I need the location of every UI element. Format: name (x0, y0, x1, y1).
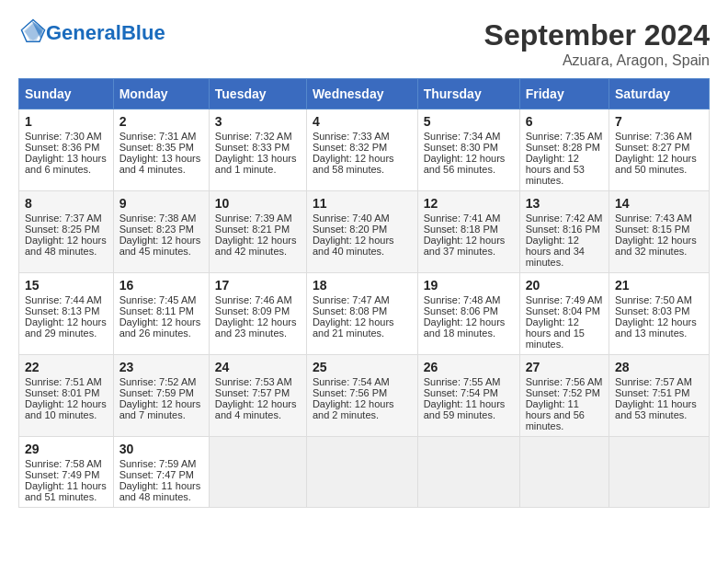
daylight-label: Daylight: 13 hours and 1 minute. (215, 153, 297, 175)
sunrise-label: Sunrise: 7:52 AM (119, 376, 197, 387)
calendar-cell: 22Sunrise: 7:51 AMSunset: 8:01 PMDayligh… (19, 355, 114, 437)
sunset-label: Sunset: 8:11 PM (119, 305, 194, 316)
calendar-cell: 11Sunrise: 7:40 AMSunset: 8:20 PMDayligh… (306, 191, 417, 273)
header-tuesday: Tuesday (209, 79, 306, 109)
calendar-cell: 20Sunrise: 7:49 AMSunset: 8:04 PMDayligh… (519, 273, 609, 355)
title-block: September 2024 Azuara, Aragon, Spain (484, 18, 710, 69)
sunrise-label: Sunrise: 7:31 AM (119, 131, 197, 142)
calendar-body: 1Sunrise: 7:30 AMSunset: 8:36 PMDaylight… (19, 109, 710, 508)
day-number: 14 (615, 196, 703, 211)
calendar-row: 1Sunrise: 7:30 AMSunset: 8:36 PMDaylight… (19, 109, 710, 191)
day-number: 22 (25, 360, 108, 374)
sunset-label: Sunset: 7:49 PM (25, 469, 99, 480)
sunset-label: Sunset: 8:33 PM (215, 142, 290, 153)
daylight-label: Daylight: 12 hours and 10 minutes. (25, 398, 107, 420)
weekday-header-row: Sunday Monday Tuesday Wednesday Thursday… (19, 79, 710, 109)
day-number: 11 (313, 196, 412, 211)
sunrise-label: Sunrise: 7:59 AM (119, 458, 197, 469)
logo-icon (20, 18, 46, 44)
daylight-label: Daylight: 12 hours and 45 minutes. (119, 235, 201, 257)
daylight-label: Daylight: 12 hours and 15 minutes. (526, 316, 585, 350)
daylight-label: Daylight: 12 hours and 34 minutes. (526, 235, 585, 268)
calendar-cell (417, 437, 519, 508)
day-number: 1 (25, 114, 108, 129)
logo-general: General (46, 21, 121, 44)
day-number: 4 (313, 114, 412, 129)
sunset-label: Sunset: 8:28 PM (526, 142, 600, 153)
sunset-label: Sunset: 8:36 PM (25, 142, 99, 153)
day-number: 28 (615, 360, 703, 374)
sunrise-label: Sunrise: 7:42 AM (526, 213, 603, 224)
calendar-cell: 8Sunrise: 7:37 AMSunset: 8:25 PMDaylight… (19, 191, 114, 273)
daylight-label: Daylight: 12 hours and 2 minutes. (313, 398, 394, 420)
daylight-label: Daylight: 12 hours and 32 minutes. (615, 235, 697, 257)
day-number: 12 (424, 196, 514, 211)
daylight-label: Daylight: 12 hours and 18 minutes. (424, 316, 506, 339)
calendar-cell: 15Sunrise: 7:44 AMSunset: 8:13 PMDayligh… (19, 273, 114, 355)
day-number: 7 (615, 114, 703, 129)
sunrise-label: Sunrise: 7:54 AM (313, 376, 390, 387)
sunrise-label: Sunrise: 7:39 AM (215, 213, 292, 224)
sunrise-label: Sunrise: 7:40 AM (313, 213, 390, 224)
day-number: 23 (119, 360, 203, 374)
day-number: 8 (25, 196, 108, 211)
sunset-label: Sunset: 8:13 PM (25, 305, 99, 316)
day-number: 10 (215, 196, 301, 211)
calendar-cell: 6Sunrise: 7:35 AMSunset: 8:28 PMDaylight… (519, 109, 609, 191)
calendar-cell: 29Sunrise: 7:58 AMSunset: 7:49 PMDayligh… (19, 437, 114, 508)
sunrise-label: Sunrise: 7:34 AM (424, 131, 501, 142)
sunrise-label: Sunrise: 7:57 AM (615, 376, 692, 387)
page-header: GeneralBlue September 2024 Azuara, Arago… (18, 18, 710, 69)
sunrise-label: Sunrise: 7:37 AM (25, 213, 102, 224)
sunrise-label: Sunrise: 7:36 AM (615, 131, 692, 142)
daylight-label: Daylight: 11 hours and 56 minutes. (526, 398, 585, 431)
sunrise-label: Sunrise: 7:49 AM (526, 294, 603, 305)
sunrise-label: Sunrise: 7:45 AM (119, 294, 197, 305)
logo-blue: Blue (121, 21, 165, 44)
calendar-cell: 28Sunrise: 7:57 AMSunset: 7:51 PMDayligh… (609, 355, 710, 437)
header-saturday: Saturday (609, 79, 710, 109)
day-number: 2 (119, 114, 203, 129)
sunset-label: Sunset: 7:56 PM (313, 387, 387, 398)
day-number: 6 (526, 114, 603, 129)
calendar-cell: 2Sunrise: 7:31 AMSunset: 8:35 PMDaylight… (113, 109, 209, 191)
sunset-label: Sunset: 7:57 PM (215, 387, 290, 398)
sunrise-label: Sunrise: 7:53 AM (215, 376, 292, 387)
daylight-label: Daylight: 12 hours and 13 minutes. (615, 316, 697, 339)
daylight-label: Daylight: 12 hours and 50 minutes. (615, 153, 697, 175)
logo: GeneralBlue (18, 18, 165, 48)
day-number: 15 (25, 278, 108, 293)
calendar-cell: 21Sunrise: 7:50 AMSunset: 8:03 PMDayligh… (609, 273, 710, 355)
daylight-label: Daylight: 11 hours and 48 minutes. (119, 480, 201, 502)
day-number: 19 (424, 278, 514, 293)
daylight-label: Daylight: 12 hours and 37 minutes. (424, 235, 506, 257)
sunset-label: Sunset: 7:51 PM (615, 387, 689, 398)
sunset-label: Sunset: 7:47 PM (119, 469, 194, 480)
calendar-cell: 25Sunrise: 7:54 AMSunset: 7:56 PMDayligh… (306, 355, 417, 437)
sunrise-label: Sunrise: 7:44 AM (25, 294, 102, 305)
calendar-cell: 16Sunrise: 7:45 AMSunset: 8:11 PMDayligh… (113, 273, 209, 355)
calendar-cell (519, 437, 609, 508)
calendar-cell: 7Sunrise: 7:36 AMSunset: 8:27 PMDaylight… (609, 109, 710, 191)
calendar-cell: 4Sunrise: 7:33 AMSunset: 8:32 PMDaylight… (306, 109, 417, 191)
daylight-label: Daylight: 13 hours and 4 minutes. (119, 153, 201, 175)
sunrise-label: Sunrise: 7:50 AM (615, 294, 692, 305)
sunset-label: Sunset: 8:35 PM (119, 142, 194, 153)
sunset-label: Sunset: 8:23 PM (119, 224, 194, 235)
calendar-cell: 23Sunrise: 7:52 AMSunset: 7:59 PMDayligh… (113, 355, 209, 437)
daylight-label: Daylight: 13 hours and 6 minutes. (25, 153, 107, 175)
sunrise-label: Sunrise: 7:38 AM (119, 213, 197, 224)
sunset-label: Sunset: 8:25 PM (25, 224, 99, 235)
daylight-label: Daylight: 12 hours and 42 minutes. (215, 235, 297, 257)
daylight-label: Daylight: 12 hours and 56 minutes. (424, 153, 506, 175)
sunset-label: Sunset: 8:06 PM (424, 305, 498, 316)
sunrise-label: Sunrise: 7:58 AM (25, 458, 102, 469)
daylight-label: Daylight: 12 hours and 7 minutes. (119, 398, 201, 420)
calendar-cell: 17Sunrise: 7:46 AMSunset: 8:09 PMDayligh… (209, 273, 306, 355)
calendar-cell (209, 437, 306, 508)
day-number: 21 (615, 278, 703, 293)
sunset-label: Sunset: 8:04 PM (526, 305, 600, 316)
day-number: 25 (313, 360, 412, 374)
calendar-cell: 19Sunrise: 7:48 AMSunset: 8:06 PMDayligh… (417, 273, 519, 355)
calendar-cell: 1Sunrise: 7:30 AMSunset: 8:36 PMDaylight… (19, 109, 114, 191)
